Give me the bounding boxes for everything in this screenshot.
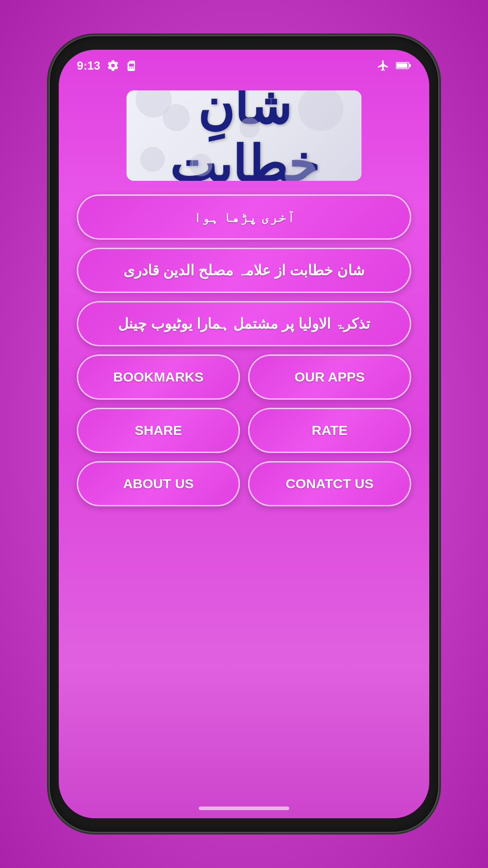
sim-icon — [126, 59, 137, 72]
bookmarks-button[interactable]: BOOKMARKS — [77, 354, 240, 400]
share-button[interactable]: SHARE — [77, 408, 240, 453]
rate-button[interactable]: RATE — [248, 408, 411, 453]
status-left: 9:13 — [77, 59, 137, 73]
about-us-button[interactable]: ABOUT US — [77, 461, 240, 506]
our-apps-button[interactable]: OUR APPS — [248, 354, 411, 400]
svg-rect-1 — [397, 63, 408, 68]
home-indicator — [199, 807, 289, 810]
about-contact-row: ABOUT US CONATCT US — [77, 461, 411, 506]
contact-us-button[interactable]: CONATCT US — [248, 461, 411, 506]
logo-decoration — [127, 90, 361, 181]
time-display: 9:13 — [77, 59, 100, 73]
settings-icon — [107, 59, 119, 72]
shan-khatabat-button[interactable]: شان خطابت از علامہ مصلح الدین قادری — [77, 248, 411, 293]
share-rate-row: SHARE RATE — [77, 408, 411, 453]
airplane-icon — [377, 59, 389, 72]
logo-banner: شانِ خطابت — [127, 90, 361, 181]
last-read-button[interactable]: آخری پڑھا ہوا — [77, 194, 411, 240]
phone-shell: 9:13 — [50, 36, 438, 832]
screen: 9:13 — [59, 50, 429, 818]
status-right — [377, 59, 411, 72]
tazkirah-button[interactable]: تذکرۃ الاولیا پر مشتمل ہمارا یوٹیوب چینل — [77, 301, 411, 346]
status-bar: 9:13 — [59, 50, 429, 81]
buttons-container: آخری پڑھا ہوا شان خطابت از علامہ مصلح ال… — [59, 194, 429, 506]
battery-icon — [396, 61, 411, 71]
bookmarks-ourapps-row: BOOKMARKS OUR APPS — [77, 354, 411, 400]
svg-rect-2 — [409, 64, 411, 67]
